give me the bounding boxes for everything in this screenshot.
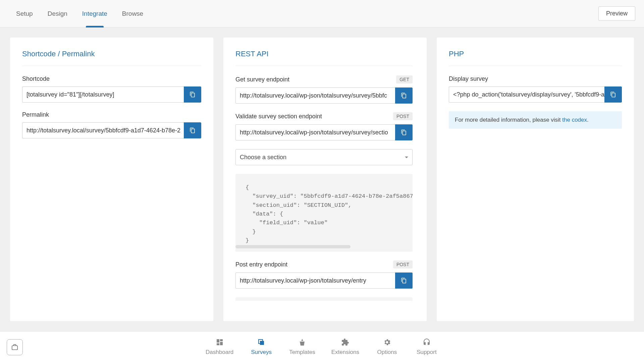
extensions-icon xyxy=(341,338,349,346)
copy-get-endpoint-button[interactable] xyxy=(395,87,413,104)
surveys-icon xyxy=(257,338,265,346)
nav-extensions[interactable]: Extensions xyxy=(331,338,359,356)
validate-method-badge: POST xyxy=(393,112,413,120)
post-endpoint-group: http://totalsurvey.local/wp-json/totalsu… xyxy=(235,273,413,289)
tab-design[interactable]: Design xyxy=(40,0,75,27)
nav-templates[interactable]: Templates xyxy=(289,338,315,356)
copy-icon xyxy=(401,129,407,135)
nav-label: Options xyxy=(377,349,397,356)
get-endpoint-group: http://totalsurvey.local/wp-json/totalsu… xyxy=(235,87,413,104)
post-endpoint-label: Post entry endpoint xyxy=(235,261,287,268)
divider xyxy=(235,66,413,66)
top-tabs: Setup Design Integrate Browse xyxy=(9,0,151,27)
section-select-value: Choose a section xyxy=(240,154,286,161)
copy-shortcode-button[interactable] xyxy=(184,86,201,103)
permalink-group: http://totalsurvey.local/survey/5bbfcdf9… xyxy=(22,122,201,138)
tab-integrate[interactable]: Integrate xyxy=(75,0,115,27)
validate-endpoint-input[interactable]: http://totalsurvey.local/wp-json/totalsu… xyxy=(235,124,395,140)
post-endpoint-input[interactable]: http://totalsurvey.local/wp-json/totalsu… xyxy=(235,273,395,289)
copy-post-endpoint-button[interactable] xyxy=(395,273,413,289)
main-content: Shortcode / Permalink Shortcode [totalsu… xyxy=(0,27,644,331)
templates-icon xyxy=(298,338,306,346)
copy-icon xyxy=(610,92,616,98)
section-select[interactable]: Choose a section xyxy=(235,149,413,165)
shortcode-label: Shortcode xyxy=(22,75,201,82)
post-method-badge: POST xyxy=(393,260,413,268)
tab-browse[interactable]: Browse xyxy=(115,0,151,27)
copy-icon xyxy=(190,127,196,133)
info-text: For more detailed information, please vi… xyxy=(455,117,562,123)
nav-dashboard[interactable]: Dashboard xyxy=(206,338,233,356)
preview-button[interactable]: Preview xyxy=(598,6,635,21)
payload-code-block: { "survey_uid": "5bbfcdf9-a1d7-4624-b78e… xyxy=(235,174,413,252)
info-suffix: . xyxy=(587,117,589,123)
dashboard-icon xyxy=(216,338,224,346)
codex-link[interactable]: the codex xyxy=(562,117,587,123)
shortcode-input[interactable]: [totalsurvey id="81"][/totalsurvey] xyxy=(22,86,184,103)
display-survey-group: <?php do_action('totalsurvey/display/sur… xyxy=(449,86,622,103)
nav-label: Templates xyxy=(289,349,315,356)
card-shortcode-title: Shortcode / Permalink xyxy=(22,50,201,58)
validate-endpoint-group: http://totalsurvey.local/wp-json/totalsu… xyxy=(235,124,413,140)
nav-options[interactable]: Options xyxy=(375,338,399,356)
top-header: Setup Design Integrate Browse Preview xyxy=(0,0,644,27)
copy-validate-endpoint-button[interactable] xyxy=(395,124,413,140)
copy-display-survey-button[interactable] xyxy=(604,86,622,103)
copy-icon xyxy=(190,92,196,98)
nav-label: Surveys xyxy=(251,349,272,356)
get-label-row: Get survey endpoint GET xyxy=(235,75,413,83)
tab-setup[interactable]: Setup xyxy=(9,0,40,27)
divider xyxy=(22,66,201,66)
nav-label: Support xyxy=(417,349,437,356)
copy-permalink-button[interactable] xyxy=(184,122,201,138)
permalink-input[interactable]: http://totalsurvey.local/survey/5bbfcdf9… xyxy=(22,122,184,138)
nav-support[interactable]: Support xyxy=(415,338,438,356)
nav-label: Extensions xyxy=(331,349,359,356)
support-icon xyxy=(423,338,431,346)
codex-info-box: For more detailed information, please vi… xyxy=(449,111,622,129)
svg-rect-0 xyxy=(12,346,18,350)
briefcase-button[interactable] xyxy=(7,339,23,355)
get-method-badge: GET xyxy=(396,75,413,83)
display-survey-label: Display survey xyxy=(449,75,622,82)
copy-icon xyxy=(401,278,407,284)
options-icon xyxy=(383,338,391,346)
validate-label-row: Validate survey section endpoint POST xyxy=(235,112,413,120)
card-php-title: PHP xyxy=(449,50,622,58)
nav-label: Dashboard xyxy=(206,349,233,356)
card-php: PHP Display survey <?php do_action('tota… xyxy=(437,38,634,321)
briefcase-icon xyxy=(11,344,19,351)
get-endpoint-label: Get survey endpoint xyxy=(235,76,289,83)
card-rest-api: REST API Get survey endpoint GET http://… xyxy=(223,38,427,321)
get-endpoint-input[interactable]: http://totalsurvey.local/wp-json/totalsu… xyxy=(235,87,395,104)
display-survey-input[interactable]: <?php do_action('totalsurvey/display/sur… xyxy=(449,86,604,103)
post-label-row: Post entry endpoint POST xyxy=(235,260,413,268)
card-rest-title: REST API xyxy=(235,50,413,58)
permalink-label: Permalink xyxy=(22,111,201,118)
divider xyxy=(449,66,622,66)
copy-icon xyxy=(401,93,407,99)
next-code-peek xyxy=(235,297,413,301)
nav-surveys[interactable]: Surveys xyxy=(250,338,273,356)
shortcode-group: [totalsurvey id="81"][/totalsurvey] xyxy=(22,86,201,103)
validate-endpoint-label: Validate survey section endpoint xyxy=(235,113,322,120)
card-shortcode: Shortcode / Permalink Shortcode [totalsu… xyxy=(10,38,213,321)
chevron-down-icon xyxy=(405,157,408,158)
bottom-nav: Dashboard Surveys Templates Extensions O… xyxy=(0,331,644,362)
